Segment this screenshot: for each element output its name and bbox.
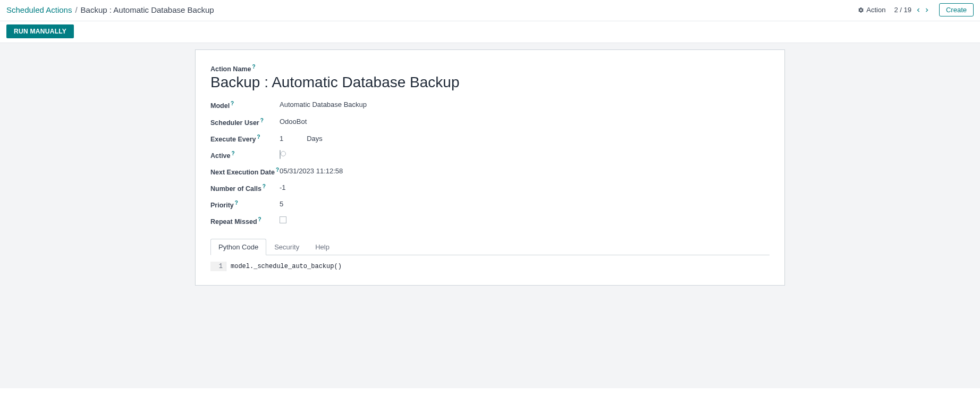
- tabs: Python Code Security Help: [210, 239, 770, 255]
- breadcrumb-separator: /: [75, 5, 77, 14]
- run-manually-button[interactable]: RUN MANUALLY: [6, 24, 74, 38]
- action-name-field: Action Name? Backup : Automatic Database…: [210, 64, 770, 91]
- action-dropdown[interactable]: Action: [858, 6, 885, 14]
- next-exec-value: 05/31/2023 11:12:58: [280, 167, 497, 176]
- active-label: Active: [210, 152, 231, 160]
- help-icon[interactable]: ?: [252, 64, 255, 70]
- tab-help[interactable]: Help: [307, 239, 337, 255]
- action-dropdown-label: Action: [866, 6, 885, 14]
- action-name-label: Action Name: [210, 65, 251, 73]
- help-icon[interactable]: ?: [258, 216, 261, 222]
- tab-security[interactable]: Security: [266, 239, 307, 255]
- help-icon[interactable]: ?: [276, 167, 279, 173]
- page-body: Action Name? Backup : Automatic Database…: [0, 43, 980, 388]
- help-icon[interactable]: ?: [257, 134, 260, 140]
- scheduler-user-label: Scheduler User: [210, 119, 259, 127]
- header-right: Action 2 / 19 Create: [858, 3, 974, 16]
- help-icon[interactable]: ?: [232, 150, 235, 156]
- priority-label: Priority: [210, 202, 234, 209]
- code-gutter: 1: [210, 262, 226, 271]
- execute-every-unit: Days: [307, 135, 323, 143]
- pager-text: 2 / 19: [894, 6, 911, 14]
- execute-every-label: Execute Every: [210, 136, 256, 143]
- help-icon[interactable]: ?: [263, 183, 266, 189]
- gear-icon: [858, 7, 864, 13]
- priority-value: 5: [280, 200, 497, 209]
- pager: 2 / 19: [894, 6, 931, 14]
- code-editor[interactable]: 1 model._schedule_auto_backup(): [210, 262, 770, 271]
- breadcrumb-current: Backup : Automatic Database Backup: [81, 5, 214, 14]
- form-sheet: Action Name? Backup : Automatic Database…: [195, 49, 785, 286]
- help-icon[interactable]: ?: [231, 101, 234, 106]
- action-name-value: Backup : Automatic Database Backup: [210, 74, 770, 91]
- toolbar: RUN MANUALLY: [0, 21, 980, 43]
- help-icon[interactable]: ?: [235, 200, 238, 206]
- repeat-missed-checkbox[interactable]: [280, 216, 286, 223]
- breadcrumb: Scheduled Actions / Backup : Automatic D…: [6, 5, 214, 14]
- execute-every-number: 1: [280, 135, 283, 143]
- active-toggle[interactable]: [280, 150, 281, 159]
- next-exec-label: Next Execution Date: [210, 169, 275, 176]
- create-button[interactable]: Create: [939, 3, 974, 16]
- model-value: Automatic Database Backup: [280, 101, 497, 110]
- form-grid: Model? Automatic Database Backup Schedul…: [210, 101, 497, 225]
- scheduler-user-value: OdooBot: [280, 118, 497, 127]
- num-calls-value: -1: [280, 183, 497, 193]
- chevron-left-icon[interactable]: [915, 6, 922, 14]
- help-icon[interactable]: ?: [260, 118, 264, 123]
- header-bar: Scheduled Actions / Backup : Automatic D…: [0, 0, 980, 21]
- num-calls-label: Number of Calls: [210, 185, 261, 193]
- code-line: model._schedule_auto_backup(): [226, 262, 342, 271]
- tab-python-code[interactable]: Python Code: [210, 239, 266, 255]
- chevron-right-icon[interactable]: [923, 6, 931, 14]
- repeat-missed-label: Repeat Missed: [210, 219, 257, 226]
- model-label: Model: [210, 103, 230, 110]
- breadcrumb-root-link[interactable]: Scheduled Actions: [6, 5, 72, 14]
